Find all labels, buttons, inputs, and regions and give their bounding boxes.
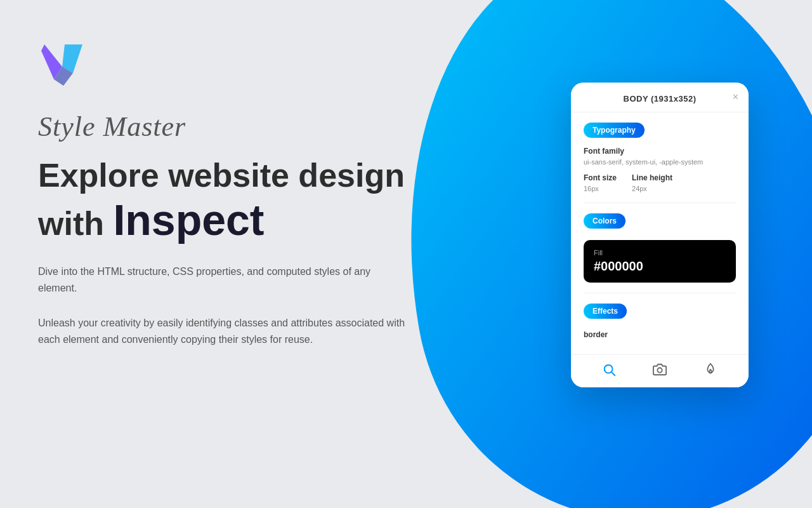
- logo-icon: [38, 38, 89, 89]
- effects-section: Effects border: [584, 304, 736, 344]
- font-size-group: Font size 16px: [584, 173, 617, 192]
- font-family-group: Font family ui-sans-serif, system-ui, -a…: [584, 147, 736, 166]
- svg-line-4: [612, 372, 615, 375]
- ui-card: BODY (1931x352) × Typography Font family…: [571, 83, 749, 387]
- description-2: Unleash your creativity by easily identi…: [38, 315, 406, 349]
- description-1: Dive into the HTML structure, CSS proper…: [38, 264, 406, 297]
- font-size-value: 16px: [584, 185, 617, 192]
- font-family-label: Font family: [584, 147, 736, 156]
- ui-card-wrapper: BODY (1931x352) × Typography Font family…: [571, 83, 749, 387]
- left-content: Style Master Explore website design with…: [38, 38, 444, 366]
- hero-line2-prefix: with: [38, 205, 113, 242]
- effects-badge: Effects: [584, 304, 627, 319]
- swatch-fill-value: #000000: [594, 259, 726, 274]
- font-metrics-row: Font size 16px Line height 24px: [584, 173, 736, 192]
- card-header: BODY (1931x352) ×: [571, 83, 749, 112]
- card-body: Typography Font family ui-sans-serif, sy…: [571, 112, 749, 354]
- card-title: BODY (1931x352): [624, 94, 697, 104]
- hero-inspect-word: Inspect: [113, 196, 264, 244]
- colors-badge: Colors: [584, 213, 625, 229]
- border-label: border: [584, 330, 736, 339]
- hero-heading: Explore website design with Inspect: [38, 157, 444, 244]
- line-height-label: Line height: [632, 173, 672, 182]
- color-swatch: Fill #000000: [584, 240, 736, 283]
- search-toolbar-icon[interactable]: [602, 363, 616, 380]
- line-height-value: 24px: [632, 185, 672, 192]
- logo-container: [38, 38, 444, 91]
- line-height-group: Line height 24px: [632, 173, 672, 192]
- script-title: Style Master: [38, 110, 444, 143]
- font-family-value: ui-sans-serif, system-ui, -apple-system: [584, 158, 736, 166]
- svg-point-5: [657, 368, 662, 372]
- typography-section: Typography Font family ui-sans-serif, sy…: [584, 123, 736, 203]
- card-toolbar: [571, 354, 749, 387]
- camera-toolbar-icon[interactable]: [653, 363, 667, 380]
- hero-line1: Explore website design: [38, 157, 405, 194]
- typography-badge: Typography: [584, 123, 645, 138]
- colors-section: Colors Fill #000000: [584, 213, 736, 293]
- swatch-fill-label: Fill: [594, 249, 726, 257]
- close-button[interactable]: ×: [733, 91, 738, 103]
- font-size-label: Font size: [584, 173, 617, 182]
- fire-toolbar-icon[interactable]: [704, 363, 717, 380]
